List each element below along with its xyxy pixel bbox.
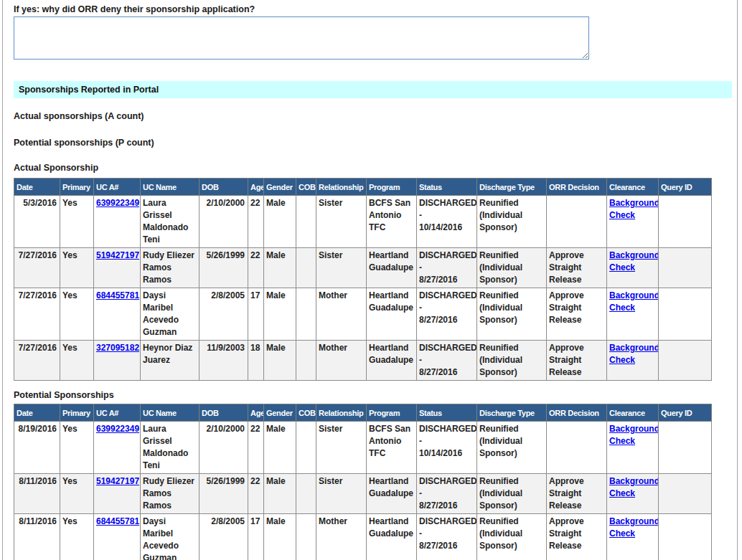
uc-name-cell: Daysi Maribel Acevedo Guzman (141, 288, 199, 341)
col-header-date: Date (14, 404, 60, 422)
query-id-cell (659, 196, 712, 248)
primary-cell: Yes (60, 474, 94, 514)
age-cell: 18 (248, 341, 264, 381)
uc-a-link[interactable]: 327095182 (96, 343, 139, 353)
background-check-link[interactable]: Background Check (609, 516, 659, 538)
uc-a-cell: 684455781 (94, 288, 141, 341)
col-header-date: Date (14, 179, 60, 196)
col-header-primary: Primary (60, 179, 94, 196)
col-header-status: Status (417, 404, 477, 422)
program-cell: BCFS San Antonio TFC (367, 196, 417, 248)
section-header-sponsorships: Sponsorships Reported in Portal (14, 81, 732, 98)
col-header-query-id: Query ID (659, 179, 712, 196)
dob-cell: 2/8/2005 (199, 288, 248, 341)
background-check-link[interactable]: Background Check (609, 198, 659, 220)
clearance-cell: Background Check (607, 248, 659, 288)
actual-count-label: Actual sponsorships (A count) (14, 110, 733, 122)
col-header-clearance: Clearance (607, 404, 659, 422)
age-cell: 17 (248, 514, 264, 560)
background-check-link[interactable]: Background Check (609, 343, 659, 365)
uc-a-cell: 684455781 (94, 514, 141, 560)
deny-reason-textarea[interactable] (14, 16, 589, 60)
table-row: 7/27/2016 Yes 519427197 Rudy Eliezer Ram… (14, 248, 712, 288)
relationship-cell: Mother (316, 288, 367, 341)
orr-decision-cell: Approve Straight Release (547, 248, 607, 288)
table-row: 7/27/2016 Yes 684455781 Daysi Maribel Ac… (14, 288, 712, 341)
orr-decision-cell: Approve Straight Release (547, 514, 607, 560)
dob-cell: 5/26/1999 (199, 248, 248, 288)
clearance-cell: Background Check (607, 474, 659, 514)
background-check-link[interactable]: Background Check (609, 476, 659, 498)
uc-a-link[interactable]: 639922349 (96, 424, 139, 434)
uc-a-link[interactable]: 684455781 (96, 516, 139, 526)
background-check-link[interactable]: Background Check (609, 290, 659, 313)
orr-decision-cell (547, 422, 607, 474)
table-header-row: Date Primary UC A# UC Name DOB Age Gende… (14, 179, 712, 196)
col-header-age: Age (248, 404, 264, 422)
uc-a-link[interactable]: 639922349 (96, 198, 139, 208)
relationship-cell: Mother (316, 341, 367, 381)
discharge-type-cell: Reunified (Individual Sponsor) (477, 514, 547, 560)
primary-cell: Yes (60, 422, 94, 474)
col-header-clearance: Clearance (607, 179, 659, 196)
clearance-cell: Background Check (607, 514, 659, 560)
report-body: If yes: why did ORR deny their sponsorsh… (14, 0, 733, 560)
discharge-type-cell: Reunified (Individual Sponsor) (477, 474, 547, 514)
col-header-dob: DOB (199, 179, 248, 196)
col-header-gender: Gender (264, 404, 296, 422)
table-row: 8/19/2016 Yes 639922349 Laura Grissel Ma… (14, 422, 712, 474)
status-cell: DISCHARGED - 10/14/2016 (417, 196, 477, 248)
relationship-cell: Sister (316, 474, 367, 514)
primary-cell: Yes (60, 248, 94, 288)
background-check-link[interactable]: Background Check (609, 250, 659, 272)
potential-sponsorship-table: Date Primary UC A# UC Name DOB Age Gende… (14, 404, 712, 560)
program-cell: Heartland Guadalupe (367, 248, 417, 288)
cob-cell (296, 474, 316, 514)
col-header-program: Program (367, 404, 417, 422)
uc-name-cell: Laura Grissel Maldonado Teni (141, 422, 199, 474)
age-cell: 22 (248, 196, 264, 248)
query-id-cell (659, 288, 712, 341)
uc-name-cell: Laura Grissel Maldonado Teni (141, 196, 199, 248)
primary-cell: Yes (60, 196, 94, 248)
primary-cell: Yes (60, 514, 94, 560)
col-header-primary: Primary (60, 404, 94, 422)
background-check-link[interactable]: Background Check (609, 424, 659, 446)
relationship-cell: Mother (316, 514, 367, 560)
age-cell: 22 (248, 474, 264, 514)
frame-border-left (2, 0, 3, 560)
date-cell: 7/27/2016 (14, 341, 60, 381)
primary-cell: Yes (60, 288, 94, 341)
gender-cell: Male (264, 288, 296, 341)
actual-table-title: Actual Sponsorship (14, 162, 733, 174)
uc-a-link[interactable]: 684455781 (96, 290, 139, 300)
status-cell: DISCHARGED - 8/27/2016 (417, 474, 477, 514)
uc-a-cell: 327095182 (94, 341, 141, 381)
col-header-uc-a: UC A# (94, 404, 141, 422)
col-header-discharge-type: Discharge Type (477, 179, 547, 196)
col-header-program: Program (367, 179, 417, 196)
gender-cell: Male (264, 514, 296, 560)
table-row: 8/11/2016 Yes 519427197 Rudy Eliezer Ram… (14, 474, 712, 514)
uc-a-link[interactable]: 519427197 (96, 476, 139, 486)
gender-cell: Male (264, 341, 296, 381)
clearance-cell: Background Check (607, 288, 659, 341)
orr-decision-cell: Approve Straight Release (547, 341, 607, 381)
discharge-type-cell: Reunified (Individual Sponsor) (477, 248, 547, 288)
potential-count-label: Potential sponsorships (P count) (14, 137, 733, 148)
age-cell: 22 (248, 422, 264, 474)
col-header-query-id: Query ID (659, 404, 712, 422)
discharge-type-cell: Reunified (Individual Sponsor) (477, 422, 547, 474)
status-cell: DISCHARGED - 8/27/2016 (417, 248, 477, 288)
date-cell: 7/27/2016 (14, 248, 60, 288)
cob-cell (296, 422, 316, 474)
query-id-cell (659, 248, 712, 288)
discharge-type-cell: Reunified (Individual Sponsor) (477, 196, 547, 248)
dob-cell: 5/26/1999 (199, 474, 248, 514)
uc-name-cell: Rudy Eliezer Ramos Ramos (141, 248, 199, 288)
age-cell: 17 (248, 288, 264, 341)
clearance-cell: Background Check (607, 341, 659, 381)
uc-a-link[interactable]: 519427197 (96, 250, 139, 260)
discharge-type-cell: Reunified (Individual Sponsor) (477, 341, 547, 381)
date-cell: 7/27/2016 (14, 288, 60, 341)
